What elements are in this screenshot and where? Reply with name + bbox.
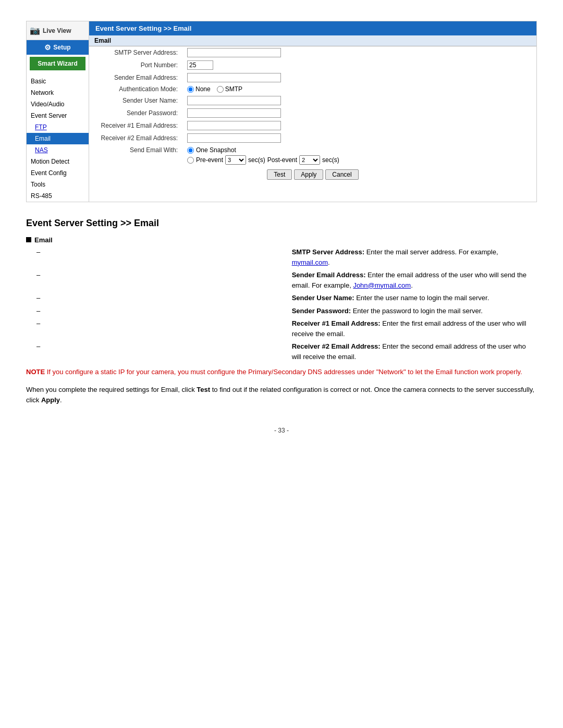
- doc-email-header: Email: [34, 236, 53, 244]
- receiver1-bold: Receiver #1 Email Address:: [292, 319, 381, 327]
- sidebar: 📷 Live View ⚙ Setup Smart Wizard Basic N…: [27, 21, 89, 202]
- cancel-button[interactable]: Cancel: [325, 169, 358, 180]
- doc-paragraph: When you complete the required settings …: [26, 385, 537, 406]
- auth-smtp-radio[interactable]: [217, 86, 224, 93]
- send-email-label: Send Email With:: [89, 144, 183, 166]
- sender-email-row: Sender Email Address:: [89, 71, 536, 84]
- smart-wizard-button[interactable]: Smart Wizard: [30, 57, 85, 70]
- sender-password-input[interactable]: [187, 108, 281, 118]
- list-item-sender-pw: Sender Password: Enter the password to l…: [36, 306, 537, 316]
- send-email-options-cell: One Snapshot Pre-event 1 2 3 4: [183, 144, 536, 166]
- receiver2-row: Receiver #2 Email Address:: [89, 132, 536, 144]
- mymail-link[interactable]: mymail.com: [292, 258, 328, 266]
- john-mymail-link[interactable]: John@mymail.com: [353, 281, 411, 289]
- list-item-receiver1-text: Receiver #1 Email Address: Enter the fir…: [292, 318, 537, 339]
- smtp-server-cell: [183, 46, 536, 59]
- receiver2-bold: Receiver #2 Email Address:: [292, 342, 381, 350]
- sidebar-item-tools[interactable]: Tools: [27, 179, 89, 190]
- list-item-smtp: SMTP Server Address: Enter the mail serv…: [36, 247, 537, 267]
- sidebar-setup[interactable]: ⚙ Setup: [27, 40, 89, 55]
- pre-event-label: Pre-event: [196, 156, 223, 164]
- auth-none-option[interactable]: None: [187, 85, 211, 93]
- list-item-dash5: [43, 318, 288, 339]
- port-number-cell: [183, 59, 536, 71]
- sender-password-cell: [183, 107, 536, 119]
- doc-para-end: .: [60, 396, 62, 404]
- auth-mode-cell: None SMTP: [183, 84, 536, 94]
- sender-email-cell: [183, 71, 536, 84]
- one-snapshot-option[interactable]: One Snapshot: [187, 146, 532, 154]
- list-item-dash: [43, 247, 288, 267]
- sender-user-input[interactable]: [187, 96, 281, 105]
- smart-wizard-label: Smart Wizard: [38, 60, 78, 67]
- smtp-server-label: SMTP Server Address:: [89, 46, 183, 59]
- sidebar-item-network[interactable]: Network: [27, 87, 89, 98]
- post-event-select[interactable]: 1 2 3: [299, 155, 320, 165]
- page-container: 📷 Live View ⚙ Setup Smart Wizard Basic N…: [26, 21, 537, 434]
- doc-para-apply-bold: Apply: [41, 396, 60, 404]
- post-event-sec-label: sec(s): [322, 156, 339, 164]
- auth-mode-options: None SMTP: [187, 85, 532, 93]
- settings-form-table: SMTP Server Address: Port Number: Sender…: [89, 46, 536, 166]
- smtp-bold: SMTP Server Address:: [292, 248, 364, 256]
- pre-event-radio[interactable]: [187, 157, 194, 164]
- bullet-square-icon: [26, 237, 31, 242]
- one-snapshot-radio[interactable]: [187, 147, 194, 154]
- post-event-label: Post-event: [267, 156, 297, 164]
- auth-smtp-option[interactable]: SMTP: [217, 85, 242, 93]
- sender-user-row: Sender User Name:: [89, 94, 536, 107]
- pre-event-select[interactable]: 1 2 3 4 5: [225, 155, 246, 165]
- sidebar-item-ftp[interactable]: FTP: [27, 121, 89, 133]
- doc-bullet-section: Email SMTP Server Address: Enter the mai…: [26, 236, 537, 362]
- list-item-sender-name: Sender User Name: Enter the user name to…: [36, 293, 537, 303]
- port-number-input[interactable]: [187, 60, 213, 70]
- auth-none-radio[interactable]: [187, 86, 194, 93]
- receiver1-input[interactable]: [187, 121, 281, 130]
- live-view-label: Live View: [43, 27, 71, 34]
- test-button[interactable]: Test: [267, 169, 292, 180]
- list-item-smtp-text: SMTP Server Address: Enter the mail serv…: [292, 247, 537, 267]
- auth-mode-label: Authentication Mode:: [89, 84, 183, 94]
- list-item-receiver2-text: Receiver #2 Email Address: Enter the sec…: [292, 341, 537, 362]
- receiver1-label: Receiver #1 Email Address:: [89, 119, 183, 132]
- sender-password-label: Sender Password:: [89, 107, 183, 119]
- doc-list: SMTP Server Address: Enter the mail serv…: [26, 247, 537, 362]
- sender-email-input[interactable]: [187, 73, 281, 82]
- note-text: If you configure a static IP for your ca…: [47, 368, 522, 376]
- list-item-dash6: [43, 341, 288, 362]
- pre-event-sec-label: sec(s): [248, 156, 265, 164]
- sidebar-item-event-config[interactable]: Event Config: [27, 167, 89, 179]
- sender-password-row: Sender Password:: [89, 107, 536, 119]
- setup-label: Setup: [53, 44, 70, 51]
- list-item-receiver1: Receiver #1 Email Address: Enter the fir…: [36, 318, 537, 339]
- doc-para-test-bold: Test: [197, 386, 210, 393]
- sidebar-item-video-audio[interactable]: Video/Audio: [27, 98, 89, 110]
- page-number: - 33 -: [26, 427, 537, 434]
- sender-user-cell: [183, 94, 536, 107]
- sidebar-item-rs485[interactable]: RS-485: [27, 190, 89, 202]
- one-snapshot-label: One Snapshot: [196, 146, 236, 154]
- note-box: NOTE If you configure a static IP for yo…: [26, 367, 537, 377]
- doc-title: Event Server Setting >> Email: [26, 218, 537, 231]
- receiver1-cell: [183, 119, 536, 132]
- sidebar-item-motion-detect[interactable]: Motion Detect: [27, 156, 89, 167]
- list-item-dash3: [43, 293, 288, 303]
- list-item-sender-email-text: Sender Email Address: Enter the email ad…: [292, 270, 537, 290]
- sender-user-label: Sender User Name:: [89, 94, 183, 107]
- port-number-row: Port Number:: [89, 59, 536, 71]
- note-label: NOTE: [26, 368, 45, 376]
- sidebar-item-nas[interactable]: NAS: [27, 144, 89, 156]
- sidebar-item-event-server[interactable]: Event Server: [27, 110, 89, 121]
- apply-button[interactable]: Apply: [294, 169, 323, 180]
- sidebar-item-email[interactable]: Email: [27, 133, 89, 144]
- sidebar-live-view[interactable]: 📷 Live View: [27, 21, 89, 40]
- smtp-server-input[interactable]: [187, 48, 281, 57]
- sidebar-item-basic[interactable]: Basic: [27, 76, 89, 87]
- setup-gear-icon: ⚙: [44, 43, 51, 52]
- doc-section: Event Server Setting >> Email Email SMTP…: [26, 218, 537, 406]
- receiver2-label: Receiver #2 Email Address:: [89, 132, 183, 144]
- receiver2-input[interactable]: [187, 133, 281, 143]
- sender-email-bold: Sender Email Address:: [292, 271, 366, 279]
- port-number-label: Port Number:: [89, 59, 183, 71]
- doc-para-before: When you complete the required settings …: [26, 386, 197, 393]
